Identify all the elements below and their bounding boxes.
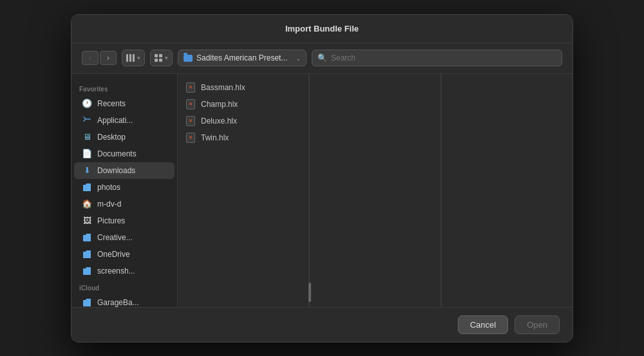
main-content: Favorites 🕐 Recents Applicati... 🖥 Deskt…: [71, 74, 573, 307]
file-item-twin[interactable]: Twin.hlx: [178, 129, 308, 146]
cancel-button[interactable]: Cancel: [458, 315, 508, 334]
file-column-2: [310, 74, 441, 307]
folder-blue-icon: [82, 182, 92, 192]
view-dropdown-arrow: ▾: [137, 55, 140, 61]
sidebar-item-label: Downloads: [97, 166, 135, 175]
sidebar-item-applications[interactable]: Applicati...: [74, 112, 175, 129]
sidebar-item-screenshots[interactable]: screensh...: [74, 263, 175, 279]
icloud-label: iCloud: [71, 279, 177, 294]
open-button[interactable]: Open: [515, 315, 560, 334]
file-item-champ[interactable]: Champ.hlx: [178, 96, 308, 113]
sidebar-item-downloads[interactable]: ⬇ Downloads: [74, 162, 175, 179]
nav-forward-button[interactable]: ›: [100, 51, 117, 65]
search-icon: 🔍: [317, 53, 327, 62]
file-name: Twin.hlx: [201, 133, 229, 142]
location-text: Sadites American Preset...: [196, 53, 292, 62]
location-bar[interactable]: Sadites American Preset... ⌄: [178, 50, 307, 66]
columns-icon: [126, 54, 135, 62]
sidebar-item-pictures[interactable]: 🖼 Pictures: [74, 212, 175, 229]
hlx-file-icon: [185, 133, 196, 143]
chevron-right-icon: ›: [107, 53, 109, 62]
grid-dropdown-arrow: ▾: [165, 55, 168, 61]
sidebar-item-documents[interactable]: 📄 Documents: [74, 145, 175, 162]
file-name: Bassman.hlx: [201, 83, 245, 92]
title-bar: Import Bundle File: [71, 15, 573, 43]
hlx-file-icon: [185, 99, 196, 109]
column-view-button[interactable]: ▾: [122, 50, 145, 66]
applications-icon: [82, 115, 92, 126]
sidebar-item-photos[interactable]: photos: [74, 179, 175, 196]
file-name: Champ.hlx: [201, 100, 238, 109]
sidebar-item-label: Documents: [97, 149, 137, 158]
download-icon: ⬇: [82, 165, 92, 176]
file-item-bassman[interactable]: Bassman.hlx: [178, 79, 308, 96]
dialog-title: Import Bundle File: [285, 24, 359, 33]
sidebar-item-label: photos: [97, 183, 120, 192]
search-bar[interactable]: 🔍: [312, 50, 562, 66]
folder-icon: [82, 266, 92, 276]
clock-icon: 🕐: [82, 98, 92, 109]
desktop-icon: 🖥: [82, 132, 92, 142]
document-icon: 📄: [82, 149, 92, 159]
home-icon: 🏠: [82, 199, 92, 209]
sidebar-item-garageba[interactable]: GarageBa...: [74, 294, 175, 307]
grid-view-button[interactable]: ▾: [150, 50, 173, 66]
sidebar-item-onedrive[interactable]: OneDrive: [74, 246, 175, 263]
nav-back-button[interactable]: ‹: [82, 51, 99, 65]
nav-buttons: ‹ ›: [82, 51, 117, 65]
sidebar-item-m-dv-d[interactable]: 🏠 m-dv-d: [74, 196, 175, 212]
sidebar: Favorites 🕐 Recents Applicati... 🖥 Deskt…: [71, 74, 178, 307]
toolbar: ‹ › ▾ ▾ Sadites Americ: [71, 43, 573, 74]
sidebar-item-label: m-dv-d: [97, 200, 121, 209]
sidebar-item-label: Applicati...: [97, 116, 133, 125]
hlx-file-icon: [185, 82, 196, 93]
file-item-deluxe[interactable]: Deluxe.hlx: [178, 113, 308, 129]
sidebar-item-label: Pictures: [97, 216, 125, 225]
sidebar-item-desktop[interactable]: 🖥 Desktop: [74, 129, 175, 145]
folder-icon: [82, 297, 92, 307]
bottom-bar: Cancel Open: [71, 307, 573, 342]
folder-icon: [82, 232, 92, 243]
file-column-1: Bassman.hlx Champ.hlx Deluxe.hlx: [178, 74, 309, 307]
sidebar-item-label: GarageBa...: [97, 298, 139, 307]
grid-icon: [155, 54, 162, 62]
chevron-left-icon: ‹: [89, 53, 91, 62]
file-columns: Bassman.hlx Champ.hlx Deluxe.hlx: [178, 74, 573, 307]
file-name: Deluxe.hlx: [201, 117, 237, 126]
sidebar-item-label: screensh...: [97, 267, 135, 276]
search-input[interactable]: [331, 53, 556, 62]
column-divider-1: [309, 74, 310, 307]
hlx-file-icon: [185, 116, 196, 126]
file-browser: Bassman.hlx Champ.hlx Deluxe.hlx: [178, 74, 573, 307]
sidebar-item-label: Creative...: [97, 233, 133, 242]
resize-handle[interactable]: [308, 283, 311, 302]
location-chevron-icon: ⌄: [296, 55, 301, 62]
folder-icon: [82, 249, 92, 259]
file-column-3: [442, 74, 573, 307]
pictures-icon: 🖼: [82, 216, 92, 226]
sidebar-item-label: Desktop: [97, 133, 126, 142]
sidebar-item-creative[interactable]: Creative...: [74, 229, 175, 246]
sidebar-item-recents[interactable]: 🕐 Recents: [74, 95, 175, 112]
import-bundle-dialog: Import Bundle File ‹ › ▾: [71, 14, 573, 342]
favorites-label: Favorites: [71, 80, 177, 95]
sidebar-item-label: Recents: [97, 99, 126, 108]
column-divider-2: [441, 74, 442, 307]
folder-icon: [184, 55, 193, 62]
sidebar-item-label: OneDrive: [97, 250, 130, 259]
